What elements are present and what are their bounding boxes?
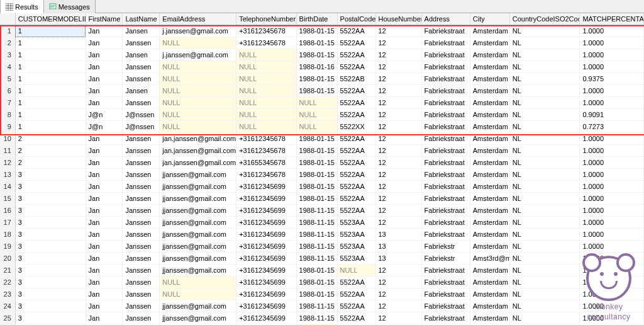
cell[interactable]: Jan <box>86 193 123 205</box>
col-matchpercentage[interactable]: MATCHPERCENTAGE <box>580 13 644 25</box>
rownum-cell[interactable]: 3 <box>0 49 15 61</box>
cell[interactable]: NL <box>509 241 580 253</box>
cell[interactable]: 5522AA <box>337 61 375 73</box>
cell[interactable]: Janssen <box>123 37 160 49</box>
cell[interactable]: Fabriekstraat <box>421 121 470 133</box>
cell[interactable]: Jan <box>86 25 123 37</box>
cell[interactable]: Fabriekstr <box>421 253 470 265</box>
rownum-cell[interactable]: 4 <box>0 61 15 73</box>
cell[interactable]: Amsterdam <box>470 121 509 133</box>
cell[interactable]: 1.0000 <box>580 25 644 37</box>
cell[interactable]: Amsterdam <box>470 241 509 253</box>
cell[interactable]: Fabriekstraat <box>421 133 470 145</box>
cell[interactable]: NULL <box>296 121 337 133</box>
cell[interactable]: 3 <box>15 193 86 205</box>
cell[interactable]: 5522AA <box>337 169 375 181</box>
cell[interactable]: 5522AA <box>337 145 375 157</box>
cell[interactable]: 3 <box>15 241 86 253</box>
cell[interactable]: Janssen <box>123 253 160 265</box>
table-row[interactable]: 153JanJanssenjjanssen@gmail.com+31612345… <box>0 193 644 205</box>
cell[interactable]: Fabriekstraat <box>421 217 470 229</box>
cell[interactable]: Jan <box>86 288 123 300</box>
cell[interactable]: Amsterdam <box>470 312 509 324</box>
table-row[interactable]: 51JanJanssenNULLNULL1988-01-155522AB12Fa… <box>0 73 644 85</box>
cell[interactable]: +31655345678 <box>236 157 296 169</box>
rownum-cell[interactable]: 10 <box>0 133 15 145</box>
cell[interactable]: +31612345699 <box>236 288 296 300</box>
cell[interactable]: NULL <box>160 97 236 109</box>
cell[interactable]: Fabriekstraat <box>421 181 470 193</box>
table-row[interactable]: 91J@nJ@nssenNULLNULLNULL5522XX12Fabrieks… <box>0 121 644 133</box>
cell[interactable]: Janssen <box>123 277 160 288</box>
cell[interactable]: Janssen <box>123 181 160 193</box>
cell[interactable]: NL <box>509 217 580 229</box>
cell[interactable]: 2 <box>15 157 86 169</box>
cell[interactable]: NL <box>509 157 580 169</box>
cell[interactable]: NULL <box>160 85 236 97</box>
cell[interactable]: Jan <box>86 169 123 181</box>
cell[interactable]: 1.0000 <box>580 97 644 109</box>
cell[interactable]: +31612345699 <box>236 265 296 277</box>
cell[interactable]: jjanssen@gmail.com <box>160 229 236 241</box>
cell[interactable]: 1 <box>15 61 86 73</box>
cell[interactable]: 1.0000 <box>580 133 644 145</box>
cell[interactable]: NL <box>509 169 580 181</box>
col-address[interactable]: Address <box>421 13 470 25</box>
cell[interactable]: Fabriekstraat <box>421 193 470 205</box>
cell[interactable]: NL <box>509 73 580 85</box>
cell[interactable]: Amsterdam <box>470 145 509 157</box>
cell[interactable]: NULL <box>160 288 236 300</box>
cell[interactable]: 1988-11-15 <box>296 205 337 217</box>
cell[interactable]: Amsterdam <box>470 229 509 241</box>
cell[interactable]: 0.9375 <box>580 73 644 85</box>
cell[interactable]: Janssen <box>123 288 160 300</box>
cell[interactable]: Amsterdam <box>470 73 509 85</box>
cell[interactable]: Fabriekstraat <box>421 229 470 241</box>
cell[interactable]: +31612345678 <box>236 133 296 145</box>
rownum-cell[interactable]: 12 <box>0 157 15 169</box>
cell[interactable]: 0.9091 <box>580 109 644 121</box>
cell[interactable]: jjanssen@gmail.com <box>160 312 236 324</box>
cell[interactable]: Amsterdam <box>470 181 509 193</box>
header-row[interactable]: CUSTOMERMODELIDFirstNameLastNameEmailAdd… <box>0 13 644 25</box>
cell[interactable]: 12 <box>375 97 421 109</box>
cell[interactable]: Amsterdam <box>470 37 509 49</box>
cell[interactable]: +31612345699 <box>236 217 296 229</box>
table-row[interactable]: 81J@nJ@nssenNULLNULLNULL5522AA12Fabrieks… <box>0 109 644 121</box>
cell[interactable]: 5522AA <box>337 157 375 169</box>
cell[interactable]: 5522AA <box>337 25 375 37</box>
table-row[interactable]: 233JanJanssenNULL+316123456991988-01-155… <box>0 288 644 300</box>
cell[interactable]: Jan <box>86 85 123 97</box>
col-birthdate[interactable]: BirthDate <box>296 13 337 25</box>
cell[interactable]: NULL <box>337 265 375 277</box>
cell[interactable]: 12 <box>375 288 421 300</box>
cell[interactable]: 12 <box>375 265 421 277</box>
cell[interactable]: Jansen <box>123 49 160 61</box>
tab-messages[interactable]: Messages <box>43 0 96 14</box>
cell[interactable]: NL <box>509 229 580 241</box>
cell[interactable]: 5522AA <box>337 181 375 193</box>
cell[interactable]: 5523AA <box>337 241 375 253</box>
cell[interactable]: 12 <box>375 193 421 205</box>
cell[interactable]: jan.janssen@gmail.com <box>160 133 236 145</box>
rownum-cell[interactable]: 14 <box>0 181 15 193</box>
rownum-cell[interactable]: 25 <box>0 312 15 324</box>
cell[interactable]: 1 <box>15 25 86 37</box>
cell[interactable]: 12 <box>375 205 421 217</box>
table-row[interactable]: 133JanJanssenjjanssen@gmail.com+31612345… <box>0 169 644 181</box>
cell[interactable]: 1988-01-15 <box>296 277 337 288</box>
cell[interactable]: jan.janssen@gmail.com <box>160 145 236 157</box>
cell[interactable]: Janssen <box>123 229 160 241</box>
cell[interactable]: 3 <box>15 277 86 288</box>
cell[interactable]: 13 <box>375 253 421 265</box>
rownum-cell[interactable]: 24 <box>0 300 15 312</box>
cell[interactable]: Amsterdam <box>470 193 509 205</box>
table-row[interactable]: 163JanJanssenjjanssen@gmail.com+31612345… <box>0 205 644 217</box>
cell[interactable]: j.janssen@gmail.com <box>160 25 236 37</box>
cell[interactable]: NULL <box>236 121 296 133</box>
cell[interactable]: NL <box>509 145 580 157</box>
cell[interactable]: Jan <box>86 265 123 277</box>
cell[interactable]: 3 <box>15 205 86 217</box>
cell[interactable]: 3 <box>15 169 86 181</box>
cell[interactable]: 12 <box>375 49 421 61</box>
